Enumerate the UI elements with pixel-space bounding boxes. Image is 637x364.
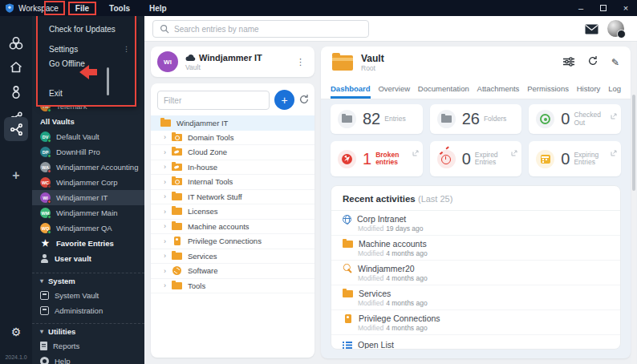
sidebar-item-reports[interactable]: Reports xyxy=(32,338,144,354)
chevron-right-icon[interactable]: › xyxy=(164,192,172,200)
activity-row[interactable]: Windjammer20 Modified4 months ago xyxy=(331,261,620,285)
scrollbar-thumb[interactable] xyxy=(632,95,635,191)
external-link-icon xyxy=(412,145,419,160)
tree-item[interactable]: › In-house xyxy=(151,160,314,176)
sidebar-item-system-vault[interactable]: System Vault xyxy=(32,288,144,303)
tab-permissions[interactable]: Permissions xyxy=(527,79,569,99)
sessions-icon[interactable] xyxy=(0,123,32,136)
recent-activities-card: Recent activities (Last 25) Corp Intrane… xyxy=(331,185,621,350)
menu-help[interactable]: Help xyxy=(143,2,173,14)
tree-item[interactable]: › Software xyxy=(151,264,314,279)
entry-tree-card: Filter + Windjammer IT › Domain Tools › … xyxy=(151,83,314,358)
add-entry-button[interactable]: + xyxy=(274,90,294,110)
sidebar-section-utilities[interactable]: ▾ Utilities xyxy=(32,323,144,338)
chevron-right-icon[interactable]: › xyxy=(164,208,172,216)
stat-entries: 82 Entries xyxy=(331,104,423,134)
sidebar-item-windjammer-qa[interactable]: WQ Windjammer QA xyxy=(32,220,144,236)
sidebar-item-downhill-pro[interactable]: DP DownHill Pro xyxy=(32,144,144,160)
sidebar-item-favorite-entries[interactable]: ★ Favorite Entries xyxy=(32,236,144,251)
chevron-right-icon[interactable]: › xyxy=(164,133,172,141)
search-input[interactable]: Search entries by name xyxy=(152,20,369,38)
mail-icon[interactable] xyxy=(585,23,598,38)
settings-gear-icon[interactable]: ⚙ xyxy=(0,326,32,338)
sidebar-item-user-vault[interactable]: User vault xyxy=(32,251,144,266)
vault-avatar: DV xyxy=(40,131,51,142)
stat-expired-entries[interactable]: 0 Expired Entries xyxy=(430,141,522,176)
tab-attachments[interactable]: Attachments xyxy=(477,79,520,99)
vault-header-card: WI Windjammer IT Vault ⋮ xyxy=(151,47,314,77)
activity-row[interactable]: Privilege Connections Modified4 months a… xyxy=(331,310,620,335)
refresh-icon[interactable] xyxy=(298,94,310,108)
tree-item[interactable]: › Services xyxy=(151,249,314,265)
chevron-down-icon: ▾ xyxy=(40,328,43,335)
chevron-right-icon[interactable]: › xyxy=(164,163,172,171)
sidebar-item-default-vault[interactable]: DV Default Vault xyxy=(32,129,144,144)
sidebar-item-windjammer-corp[interactable]: WC Windjammer Corp xyxy=(32,175,144,190)
tree-item[interactable]: › Licenses xyxy=(151,204,314,220)
sidebar-item-windjammer-main[interactable]: WM Windjammer Main xyxy=(32,205,144,220)
credentials-key-icon[interactable] xyxy=(0,85,32,99)
search-placeholder: Search entries by name xyxy=(174,25,259,34)
window-scrollbar[interactable] xyxy=(631,42,636,364)
stats-row-1: 82 Entries 26 Folders 0 Checked Out xyxy=(331,104,621,134)
refresh-icon[interactable] xyxy=(587,55,598,70)
tree-item-root[interactable]: Windjammer IT xyxy=(151,115,314,131)
open-list-row[interactable]: Open List xyxy=(331,335,620,350)
stat-broken-entries[interactable]: 1 Broken entries xyxy=(331,141,423,176)
chevron-right-icon[interactable]: › xyxy=(164,222,172,230)
tree-item[interactable]: › Machine accounts xyxy=(151,220,314,235)
tree-item[interactable]: › Domain Tools xyxy=(151,131,314,146)
sidebar-section-system[interactable]: ▾ System xyxy=(32,273,144,288)
tree-item[interactable]: › Internal Tools xyxy=(151,175,314,190)
tab-history[interactable]: History xyxy=(577,79,601,99)
menu-file[interactable]: File xyxy=(68,2,96,15)
vault-avatar: WC xyxy=(40,177,51,188)
home-icon[interactable] xyxy=(0,60,32,74)
add-vault-icon[interactable]: + xyxy=(0,168,32,183)
tab-documentation[interactable]: Documentation xyxy=(418,79,469,99)
tree-item[interactable]: › Tools xyxy=(151,279,314,294)
devolutions-logo-icon[interactable] xyxy=(0,36,32,51)
cloud-icon xyxy=(185,54,196,62)
close-button[interactable]: × xyxy=(615,3,637,13)
sidebar-item-administration[interactable]: Administration xyxy=(32,303,144,318)
sidebar-item-windjammer-accounting[interactable]: WA Windjammer Accounting xyxy=(32,160,144,175)
vault-more-icon[interactable]: ⋮ xyxy=(293,57,308,67)
application-window: Workspace File Tools Help – × + ⚙ 2024.1… xyxy=(0,0,637,364)
user-avatar[interactable] xyxy=(607,20,624,37)
vault-avatar: WI xyxy=(40,192,51,203)
vault-avatar: WQ xyxy=(40,223,51,233)
filter-input[interactable]: Filter xyxy=(157,91,270,110)
stat-expiring-entries[interactable]: 0 Expiring Entries xyxy=(529,141,621,176)
activity-row[interactable]: Corp Intranet Modified19 days ago xyxy=(331,211,620,236)
chevron-right-icon[interactable]: › xyxy=(164,148,172,156)
sidebar-item-help[interactable]: Help xyxy=(32,354,144,364)
chevron-right-icon[interactable]: › xyxy=(164,281,172,289)
open-list-icon xyxy=(343,342,352,350)
tab-dashboard[interactable]: Dashboard xyxy=(331,79,371,99)
external-link-icon xyxy=(611,108,617,123)
chevron-right-icon[interactable]: › xyxy=(164,237,172,245)
chevron-right-icon[interactable]: › xyxy=(164,267,172,275)
tree-item[interactable]: › Privilege Connections xyxy=(151,234,314,249)
folder-icon xyxy=(172,253,182,260)
tune-icon[interactable] xyxy=(563,55,574,70)
maximize-button[interactable] xyxy=(592,3,615,13)
tree-item[interactable]: › IT Network Stuff xyxy=(151,190,314,205)
tree-item[interactable]: › Cloud Zone xyxy=(151,145,314,160)
sidebar-header-all-vaults: All Vaults xyxy=(32,114,144,129)
tab-log[interactable]: Log xyxy=(608,79,621,99)
activity-row[interactable]: Machine accounts Modified4 months ago xyxy=(331,236,620,261)
menu-tools[interactable]: Tools xyxy=(103,2,136,14)
sidebar-item-windjammer-it[interactable]: WI Windjammer IT xyxy=(32,190,144,205)
chevron-right-icon[interactable]: › xyxy=(164,178,172,186)
edit-icon[interactable]: ✎ xyxy=(611,57,619,68)
stat-folders: 26 Folders xyxy=(430,104,522,134)
folder-icon xyxy=(172,223,182,230)
minimize-button[interactable]: – xyxy=(570,3,592,13)
chevron-right-icon[interactable]: › xyxy=(164,252,172,260)
search-icon xyxy=(160,24,169,34)
stat-checked-out[interactable]: 0 Checked Out xyxy=(529,104,621,134)
activity-row[interactable]: Services Modified4 months ago xyxy=(331,285,620,310)
tab-overview[interactable]: Overview xyxy=(378,79,410,99)
